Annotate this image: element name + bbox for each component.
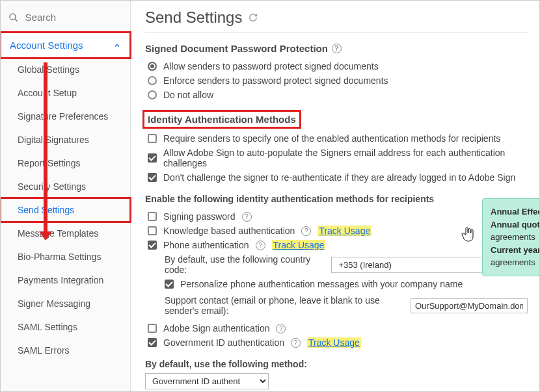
sidebar-item-send-settings[interactable]: Send Settings [1, 198, 130, 222]
usage-tooltip: Annual Effective date: Jan 1 Annual quot… [482, 198, 539, 276]
check-gov-id[interactable]: Government ID authentication ? Track Usa… [148, 335, 528, 350]
radio-do-not-allow[interactable]: Do not allow [148, 88, 528, 102]
sidebar-item-security-settings[interactable]: Security Settings [1, 175, 130, 198]
sidebar-item-saml-settings[interactable]: SAML Settings [1, 315, 130, 339]
sidebar-item-message-templates[interactable]: Message Templates [1, 222, 130, 245]
radio-icon [148, 76, 157, 85]
sidebar-item-saml-errors[interactable]: SAML Errors [1, 339, 130, 362]
checkbox-icon [148, 212, 157, 221]
checkbox-icon [148, 226, 157, 235]
svg-point-0 [10, 14, 16, 20]
page-title-row: Send Settings [145, 8, 528, 33]
page-title: Send Settings [145, 8, 242, 27]
radio-group-password: Allow senders to password protect signed… [145, 59, 528, 102]
sidebar-item-digital-signatures[interactable]: Digital Signatures [1, 128, 130, 151]
sidebar-item-account-setup[interactable]: Account Setup [1, 81, 130, 105]
search-input[interactable] [24, 11, 122, 23]
row-default-country: By default, use the following country co… [148, 252, 528, 277]
link-track-usage-govid[interactable]: Track Usage [307, 337, 361, 348]
help-icon[interactable]: ? [332, 44, 342, 53]
sidebar-item-signature-preferences[interactable]: Signature Preferences [1, 105, 130, 128]
enable-methods-heading: Enable the following identity authentica… [145, 194, 528, 204]
check-adobe-sign-auth[interactable]: Adobe Sign authentication ? [148, 321, 528, 335]
svg-line-1 [15, 19, 18, 21]
sidebar-section-account-settings[interactable]: Account Settings [1, 33, 130, 58]
refresh-icon[interactable] [249, 13, 258, 22]
sidebar-item-global-settings[interactable]: Global Settings [1, 58, 130, 81]
checkbox-icon [148, 338, 157, 347]
radio-icon [148, 62, 157, 71]
help-icon[interactable]: ? [256, 241, 265, 250]
radio-allow-password[interactable]: Allow senders to password protect signed… [148, 59, 528, 73]
search-row [1, 6, 130, 29]
sidebar-section-label: Account Settings [10, 40, 83, 51]
help-icon[interactable]: ? [291, 338, 301, 348]
sidebar: Account Settings Global Settings Account… [1, 1, 131, 391]
check-group-methods: Signing password ? Knowledge based authe… [145, 209, 528, 350]
check-phone-auth[interactable]: Phone authentication ? Track Usage [148, 238, 528, 252]
select-default-method[interactable]: Government ID authent [145, 373, 269, 389]
check-require-specify[interactable]: Require senders to specify one of the en… [148, 131, 528, 146]
default-method-label: By default, use the following method: [145, 359, 528, 369]
link-track-usage-phone[interactable]: Track Usage [272, 240, 326, 250]
section-identity-auth: Identity Authentication Methods [145, 112, 528, 126]
check-kba[interactable]: Knowledge based authentication ? Track U… [148, 224, 528, 238]
help-icon[interactable]: ? [301, 226, 311, 236]
sidebar-item-payments-integration[interactable]: Payments Integration [1, 268, 130, 292]
checkbox-icon [148, 173, 157, 182]
search-icon [8, 12, 19, 23]
row-support-contact: Support contact (email or phone, leave i… [148, 295, 528, 316]
check-signing-password[interactable]: Signing password ? [148, 209, 528, 224]
sidebar-item-bio-pharma-settings[interactable]: Bio-Pharma Settings [1, 245, 130, 268]
checkbox-icon [165, 280, 174, 289]
check-dont-challenge[interactable]: Don't challenge the signer to re-authent… [148, 170, 528, 185]
check-auto-populate[interactable]: Allow Adobe Sign to auto-populate the Si… [148, 146, 528, 170]
help-icon[interactable]: ? [242, 212, 252, 222]
section-password-protection: Signed Document Password Protection ? [145, 43, 528, 54]
check-group-identity: Require senders to specify one of the en… [145, 131, 528, 185]
link-track-usage-kba[interactable]: Track Usage [317, 226, 371, 236]
radio-icon [148, 90, 157, 99]
checkbox-icon [148, 324, 157, 333]
radio-enforce-password[interactable]: Enforce senders to password protect sign… [148, 73, 528, 88]
sidebar-item-report-settings[interactable]: Report Settings [1, 151, 130, 175]
checkbox-icon [148, 153, 157, 163]
checkbox-icon [148, 134, 157, 143]
input-support-contact[interactable] [411, 298, 528, 313]
sidebar-item-signer-messaging[interactable]: Signer Messaging [1, 292, 130, 315]
chevron-up-icon [113, 42, 121, 49]
help-icon[interactable]: ? [276, 324, 286, 333]
checkbox-icon [148, 241, 157, 250]
check-personalize[interactable]: Personalize phone authentication message… [148, 277, 528, 291]
main-content: Send Settings Signed Document Password P… [131, 1, 539, 391]
